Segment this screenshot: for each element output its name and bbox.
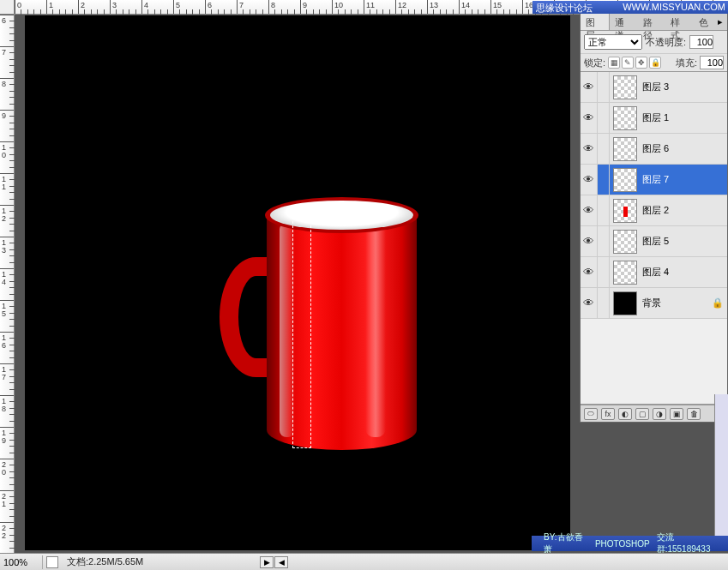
link-layers-icon[interactable]: ⬭ [584, 408, 598, 420]
layer-thumbnail[interactable] [613, 230, 637, 254]
lock-paint-icon[interactable]: ✎ [622, 57, 634, 69]
adjustment-layer-icon[interactable]: ◑ [653, 408, 666, 420]
visibility-eye-icon[interactable]: 👁 [581, 257, 598, 287]
right-scrollbar[interactable] [714, 394, 728, 536]
new-group-icon[interactable]: ▢ [635, 408, 649, 420]
layer-thumbnail[interactable] [613, 291, 637, 315]
layer-name[interactable]: 图层 6 [641, 142, 727, 155]
link-column[interactable] [598, 165, 610, 195]
layer-name[interactable]: 图层 1 [641, 111, 727, 124]
link-column[interactable] [598, 103, 610, 133]
opacity-input[interactable] [689, 35, 713, 49]
layer-thumbnail[interactable] [613, 75, 637, 99]
lock-position-icon[interactable]: ✥ [635, 57, 647, 69]
visibility-eye-icon[interactable]: 👁 [581, 288, 598, 318]
blend-mode-select[interactable]: 正常 [584, 34, 642, 50]
layer-row[interactable]: 👁图层 4 [581, 257, 727, 288]
lock-label: 锁定: [584, 57, 605, 69]
link-column[interactable] [598, 134, 610, 164]
layers-panel[interactable]: 思缘设计论坛 WWW.MISSYUAN.COM 图层 通道 路径 样式 色 ▸ … [580, 13, 728, 423]
layer-thumbnail[interactable] [613, 106, 637, 130]
selection-marquee [292, 217, 311, 448]
fill-input[interactable] [700, 56, 724, 69]
layer-thumbnail[interactable] [613, 261, 637, 285]
layer-list-empty [581, 319, 727, 405]
layer-list: 👁图层 3👁图层 1👁图层 6👁图层 7👁图层 2👁图层 5👁图层 4👁背景🔒 [581, 72, 727, 319]
status-bar: 100% 文档:2.25M/5.65M ▶ ◀ [0, 553, 728, 570]
mug-artwork [220, 197, 417, 463]
link-column[interactable] [598, 195, 610, 225]
layer-row[interactable]: 👁背景🔒 [581, 288, 727, 319]
layer-row[interactable]: 👁图层 1 [581, 103, 727, 134]
document[interactable] [25, 15, 570, 550]
prev-button[interactable]: ◀ [274, 556, 288, 568]
titlebar-left: 思缘设计论坛 [536, 2, 593, 13]
layer-row[interactable]: 👁图层 3 [581, 72, 727, 103]
visibility-eye-icon[interactable]: 👁 [581, 165, 598, 195]
layer-name[interactable]: 图层 2 [641, 204, 727, 217]
layer-thumbnail[interactable] [613, 199, 637, 223]
layer-name[interactable]: 图层 5 [641, 235, 727, 248]
blend-row: 正常 不透明度: [581, 31, 727, 54]
layer-thumbnail[interactable] [613, 137, 637, 161]
ruler-corner [0, 0, 15, 15]
visibility-eye-icon[interactable]: 👁 [581, 195, 598, 225]
layer-name[interactable]: 图层 4 [641, 266, 727, 279]
tab-paths[interactable]: 路径 [638, 14, 666, 30]
link-column[interactable] [598, 226, 610, 256]
watermark-by: BY:古欲香萧 [544, 531, 588, 555]
panel-menu-icon[interactable]: ▸ [713, 14, 727, 30]
fill-label: 填充: [676, 57, 697, 69]
layer-row[interactable]: 👁图层 2 [581, 195, 727, 226]
play-button[interactable]: ▶ [260, 556, 274, 568]
panel-titlebar[interactable]: 思缘设计论坛 WWW.MISSYUAN.COM [532, 1, 728, 14]
layer-name[interactable]: 图层 3 [641, 81, 727, 93]
status-controls: ▶ ◀ [260, 556, 289, 568]
lock-transparency-icon[interactable]: ▦ [608, 57, 620, 69]
lock-row: 锁定: ▦ ✎ ✥ 🔒 填充: [581, 54, 727, 72]
new-layer-icon[interactable]: ▣ [670, 408, 683, 420]
opacity-label: 不透明度: [646, 36, 686, 49]
layer-mask-icon[interactable]: ◐ [618, 408, 632, 420]
titlebar-right: WWW.MISSYUAN.COM [623, 2, 725, 13]
layer-style-icon[interactable]: fx [601, 408, 615, 420]
lock-all-icon[interactable]: 🔒 [649, 57, 661, 69]
layers-panel-footer: ⬭ fx ◐ ▢ ◑ ▣ 🗑 [581, 405, 727, 422]
status-icon[interactable] [46, 556, 58, 568]
panel-tabs: 图层 通道 路径 样式 色 ▸ [581, 14, 727, 31]
layer-name[interactable]: 图层 7 [641, 173, 727, 186]
delete-layer-icon[interactable]: 🗑 [687, 408, 701, 420]
watermark-app: PHOTOSHOP [595, 539, 650, 549]
lock-icon: 🔒 [712, 297, 724, 309]
layer-row[interactable]: 👁图层 7 [581, 165, 727, 195]
watermark-bar: BY:古欲香萧 PHOTOSHOP 交流群:155189433 [532, 536, 728, 551]
layer-name[interactable]: 背景 [641, 297, 712, 309]
link-column[interactable] [598, 288, 610, 318]
zoom-level[interactable]: 100% [0, 555, 43, 569]
tab-colors[interactable]: 色 [694, 14, 713, 30]
document-info[interactable]: 文档:2.25M/5.65M [62, 555, 148, 568]
watermark-group: 交流群:155189433 [657, 531, 723, 555]
tab-channels[interactable]: 通道 [610, 14, 638, 30]
tab-layers[interactable]: 图层 [581, 14, 610, 30]
layer-row[interactable]: 👁图层 6 [581, 134, 727, 165]
visibility-eye-icon[interactable]: 👁 [581, 134, 598, 164]
layer-row[interactable]: 👁图层 5 [581, 226, 727, 257]
visibility-eye-icon[interactable]: 👁 [581, 72, 598, 102]
visibility-eye-icon[interactable]: 👁 [581, 226, 598, 256]
link-column[interactable] [598, 72, 610, 102]
visibility-eye-icon[interactable]: 👁 [581, 103, 598, 133]
vertical-ruler: 67891 01 11 21 31 41 51 61 71 81 92 02 1… [0, 15, 15, 553]
link-column[interactable] [598, 257, 610, 287]
lock-icons: ▦ ✎ ✥ 🔒 [608, 57, 661, 69]
layer-thumbnail[interactable] [613, 168, 637, 192]
tab-styles[interactable]: 样式 [665, 14, 694, 30]
